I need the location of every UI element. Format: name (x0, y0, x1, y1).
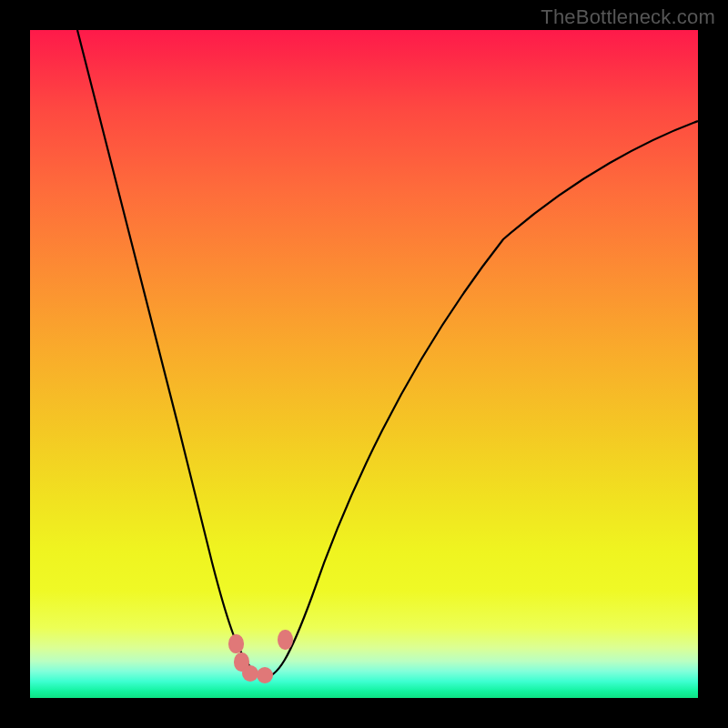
watermark-text: TheBottleneck.com (541, 5, 715, 29)
marker-left-lobe-top (228, 634, 244, 653)
marker-bottom-2 (257, 667, 273, 683)
marker-right-lobe (278, 630, 293, 650)
marker-layer (30, 30, 698, 698)
chart-container: TheBottleneck.com (0, 0, 728, 728)
plot-area (30, 30, 698, 698)
